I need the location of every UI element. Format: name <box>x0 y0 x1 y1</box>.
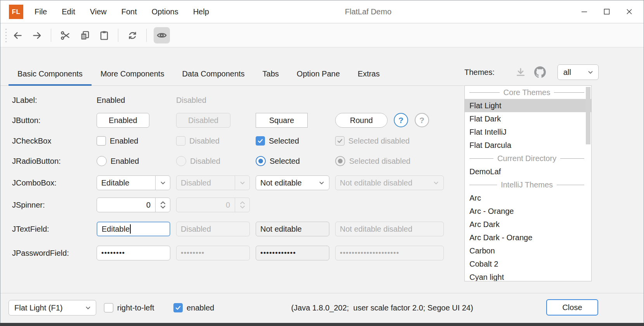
tab-extras[interactable]: Extras <box>349 62 389 85</box>
toolbar <box>0 24 644 47</box>
radio-label: Selected disabled <box>349 157 410 166</box>
tab-more-components[interactable]: More Components <box>92 62 173 85</box>
combobox-not-editable-disabled: Not editable disabled <box>335 175 444 190</box>
refresh-button[interactable] <box>124 27 141 44</box>
tab-basic-components[interactable]: Basic Components <box>9 62 92 85</box>
minimize-button[interactable] <box>573 0 596 23</box>
row-label: JCheckBox <box>12 134 51 148</box>
spinner-disabled: 0 <box>176 198 250 212</box>
window-title: FlatLaf Demo <box>345 0 391 23</box>
spinner-enabled[interactable]: 0 <box>97 198 170 212</box>
jradiobutton-row: JRadioButton: Enabled Disabled Selected … <box>0 154 644 168</box>
checkbox-checked-icon <box>173 303 183 312</box>
jlabel-row: JLabel: Enabled Disabled <box>0 93 644 108</box>
menu-options[interactable]: Options <box>145 0 185 23</box>
row-label: JButton: <box>12 113 40 128</box>
jbutton-row: JButton: Enabled Disabled Square Round ?… <box>0 113 644 128</box>
tab-tabs[interactable]: Tabs <box>254 62 288 85</box>
tab-option-pane[interactable]: Option Pane <box>288 62 349 85</box>
checkbox-label: Enabled <box>110 137 138 146</box>
spinner-arrows[interactable] <box>155 198 170 212</box>
chevron-down-icon <box>586 68 595 76</box>
theme-item-cyan-light[interactable]: Cyan light <box>465 271 591 281</box>
jbutton-help-blue[interactable]: ? <box>394 113 408 127</box>
row-label: JRadioButton: <box>12 154 61 168</box>
menu-help[interactable]: Help <box>187 0 215 23</box>
jlabel-enabled: Enabled <box>97 93 125 108</box>
checkbox-selected[interactable]: Selected <box>256 134 299 148</box>
copy-icon <box>80 30 90 41</box>
right-to-left-checkbox[interactable]: right-to-left <box>104 300 154 316</box>
checkbox-unchecked-icon <box>97 136 106 146</box>
passwordfield-not-editable[interactable]: •••••••••••• <box>256 246 329 260</box>
radio-selected-icon <box>335 156 345 166</box>
menu-file[interactable]: File <box>28 0 53 23</box>
checkbox-checked-icon <box>256 136 265 146</box>
menu-font[interactable]: Font <box>115 0 143 23</box>
radio-label: Disabled <box>190 157 220 166</box>
checkbox-label: Selected disabled <box>348 137 410 146</box>
download-icon <box>516 67 526 77</box>
row-label: JComboBox: <box>12 175 57 190</box>
enabled-checkbox[interactable]: enabled <box>173 300 214 316</box>
jbutton-enabled[interactable]: Enabled <box>97 113 149 128</box>
back-button[interactable] <box>9 27 26 44</box>
combobox-editable[interactable]: Editable <box>97 175 170 190</box>
radio-label: Selected <box>270 157 300 166</box>
combobox-not-editable[interactable]: Not editable <box>256 175 329 190</box>
forward-button[interactable] <box>28 27 45 44</box>
download-themes-button[interactable] <box>513 64 528 80</box>
show-toggle-button[interactable] <box>154 27 170 43</box>
github-icon <box>534 66 546 78</box>
row-label: JTextField: <box>12 222 49 236</box>
status-info: (Java 1.8.0_202; user scale factor 2.0; … <box>291 300 473 316</box>
toolbar-grip-handle[interactable] <box>5 29 7 42</box>
menu-bar: File Edit View Font Options Help <box>28 0 218 23</box>
chevron-down-icon <box>235 176 249 190</box>
passwordfield-disabled: •••••••• <box>176 246 250 260</box>
copy-button[interactable] <box>76 27 93 44</box>
paste-button[interactable] <box>95 27 113 44</box>
jlabel-disabled: Disabled <box>176 93 206 108</box>
jbutton-square[interactable]: Square <box>256 113 308 128</box>
textfield-disabled: Disabled <box>176 222 250 236</box>
textfield-not-editable-disabled: Not editable disabled <box>335 222 444 236</box>
radio-unselected-icon <box>97 156 107 166</box>
menu-view[interactable]: View <box>84 0 113 23</box>
minimize-icon <box>580 7 589 16</box>
jbutton-round[interactable]: Round <box>335 113 388 128</box>
chevron-down-icon[interactable] <box>314 176 329 190</box>
cut-button[interactable] <box>57 27 74 44</box>
cut-scissors-icon <box>60 30 71 41</box>
jspinner-row: JSpinner: 0 0 <box>0 198 644 212</box>
spinner-arrows <box>235 198 249 212</box>
chevron-up-icon <box>239 200 246 205</box>
checkbox-label: Selected <box>269 137 299 146</box>
github-button[interactable] <box>532 64 548 80</box>
close-window-button[interactable] <box>618 0 641 23</box>
maximize-button[interactable] <box>596 0 618 23</box>
radio-selected[interactable]: Selected <box>256 154 300 168</box>
menu-edit[interactable]: Edit <box>55 0 81 23</box>
checkbox-unchecked-icon <box>104 303 113 312</box>
theme-filter-combobox[interactable]: all <box>557 64 599 80</box>
toolbar-separator <box>51 29 51 42</box>
checkbox-enabled[interactable]: Enabled <box>97 134 138 148</box>
checkbox-selected-disabled: Selected disabled <box>335 134 410 148</box>
combobox-disabled: Disabled <box>176 175 250 190</box>
title-bar: FL File Edit View Font Options Help Flat… <box>0 0 644 23</box>
window-bottom-edge <box>0 323 644 326</box>
textfield-not-editable[interactable]: Not editable <box>256 222 329 236</box>
passwordfield-enabled[interactable]: •••••••• <box>97 246 170 260</box>
chevron-down-icon[interactable] <box>155 176 170 190</box>
paste-clipboard-icon <box>99 30 109 41</box>
close-button[interactable]: Close <box>546 299 598 316</box>
textfield-editable[interactable]: Editable <box>97 222 170 236</box>
radio-enabled[interactable]: Enabled <box>97 154 139 168</box>
chevron-down-icon <box>429 176 443 190</box>
theme-filter-value: all <box>563 65 571 80</box>
laf-selector-combobox[interactable]: Flat Light (F1) <box>9 300 96 316</box>
checkbox-label: right-to-left <box>117 303 154 312</box>
jbutton-help-gray: ? <box>415 113 429 127</box>
tab-data-components[interactable]: Data Components <box>173 62 253 85</box>
